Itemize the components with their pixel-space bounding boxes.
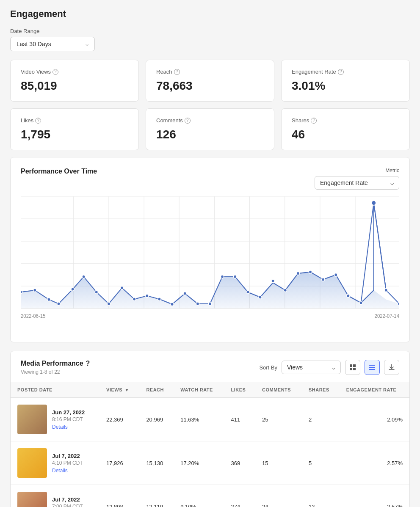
svg-rect-61 [369, 369, 375, 370]
help-icon-media-performance[interactable]: ? [86, 360, 90, 367]
post-thumbnail [17, 492, 47, 507]
svg-point-39 [309, 270, 312, 274]
help-icon-video-views[interactable]: ? [52, 69, 58, 75]
svg-point-32 [221, 275, 224, 278]
metric-title-shares: Shares ? [292, 117, 399, 124]
svg-point-37 [284, 289, 287, 292]
col-header-posted-date: Posted Date [11, 382, 99, 398]
list-view-button[interactable] [365, 360, 380, 375]
col-header-watch-rate: Watch Rate [174, 382, 224, 398]
date-range-dropdown[interactable]: Last 30 Days ⌵ [10, 37, 95, 51]
metric-select-group: Metric Engagement Rate ⌵ [315, 168, 399, 190]
post-info: Jul 7, 2022 4:10 PM CDT Details [52, 453, 83, 474]
col-header-reach: Reach [139, 382, 174, 398]
help-icon-likes[interactable]: ? [35, 118, 41, 124]
sort-by-dropdown[interactable]: Views ⌵ [282, 361, 341, 374]
post-info: Jun 27, 2022 8:16 PM CDT Details [52, 409, 85, 430]
help-icon-shares[interactable]: ? [311, 118, 317, 124]
cell-engagement-rate: 2.57% [340, 441, 409, 485]
svg-point-22 [95, 290, 98, 294]
metric-value-reach: 78,663 [156, 79, 264, 93]
svg-point-40 [322, 278, 325, 281]
media-performance-title: Media Performance ? [21, 360, 90, 367]
cell-shares: 2 [302, 398, 340, 441]
help-icon-reach[interactable]: ? [174, 69, 180, 75]
svg-point-16 [21, 290, 22, 294]
chart-section: Performance Over Time Metric Engagement … [10, 157, 410, 342]
cell-posted-date: Jul 7, 2022 4:10 PM CDT Details [11, 441, 99, 485]
media-performance-title-group: Media Performance ? Viewing 1-8 of 22 [21, 360, 90, 375]
svg-point-17 [33, 289, 36, 292]
post-date: Jun 27, 2022 [52, 409, 85, 416]
metrics-row-bottom: Likes ? 1,795 Comments ? 126 Shares ? 46 [10, 108, 410, 150]
svg-point-21 [82, 275, 85, 278]
col-header-shares: Shares [302, 382, 340, 398]
post-date: Jul 7, 2022 [52, 453, 83, 459]
table-header-row: Posted Date Views ▼ Reach Watch Rate Lik… [11, 382, 409, 398]
cell-comments: 15 [255, 441, 302, 485]
metric-title-comments: Comments ? [156, 117, 264, 124]
metric-card-video-views: Video Views ? 85,019 [10, 60, 139, 102]
svg-rect-59 [369, 365, 375, 366]
svg-rect-58 [353, 368, 356, 370]
cell-views: 17,926 [99, 441, 139, 485]
svg-point-28 [171, 303, 174, 306]
performance-chart: 12.50% 10.00% 7.50% 5.00% 2.50% 0% 2022-… [21, 196, 399, 332]
media-performance-subtitle: Viewing 1-8 of 22 [21, 369, 90, 375]
metrics-row-top: Video Views ? 85,019 Reach ? 78,663 Enga… [10, 60, 410, 102]
post-time: 8:16 PM CDT [52, 416, 85, 422]
svg-point-38 [296, 272, 299, 275]
svg-rect-57 [350, 368, 352, 370]
svg-point-33 [234, 275, 237, 278]
cell-reach: 20,969 [139, 398, 174, 441]
col-header-comments: Comments [255, 382, 302, 398]
page-title: Engagement [10, 8, 410, 19]
svg-point-20 [71, 288, 74, 291]
metric-title-likes: Likes ? [21, 117, 128, 124]
table-row: Jun 27, 2022 8:16 PM CDT Details 22,369 … [11, 398, 409, 441]
cell-views: 12,898 [99, 485, 139, 507]
help-icon-engagement-rate[interactable]: ? [338, 69, 344, 75]
svg-point-19 [57, 302, 60, 306]
cell-comments: 24 [255, 485, 302, 507]
date-range-value: Last 30 Days [17, 41, 51, 47]
media-table-body: Jun 27, 2022 8:16 PM CDT Details 22,369 … [11, 398, 409, 507]
media-performance-section: Media Performance ? Viewing 1-8 of 22 So… [10, 351, 410, 507]
chart-title: Performance Over Time [21, 168, 97, 175]
metric-card-likes: Likes ? 1,795 [10, 108, 139, 150]
chart-container: 12.50% 10.00% 7.50% 5.00% 2.50% 0% 2022-… [21, 196, 399, 332]
post-time: 7:00 PM CDT [52, 504, 83, 507]
metric-value-likes: 1,795 [21, 128, 128, 141]
table-row: Jul 7, 2022 7:00 PM CDT Details 12,898 1… [11, 485, 409, 507]
grid-icon [349, 364, 356, 371]
svg-point-45 [384, 289, 387, 292]
chevron-down-icon: ⌵ [332, 364, 335, 371]
media-table: Posted Date Views ▼ Reach Watch Rate Lik… [11, 382, 409, 507]
cell-likes: 274 [224, 485, 255, 507]
metric-select-dropdown[interactable]: Engagement Rate ⌵ [315, 176, 399, 190]
svg-rect-60 [369, 367, 375, 368]
svg-point-42 [347, 294, 350, 298]
svg-point-36 [271, 279, 274, 283]
svg-point-24 [120, 286, 123, 289]
cell-posted-date: Jul 7, 2022 7:00 PM CDT Details [11, 485, 99, 507]
help-icon-comments[interactable]: ? [185, 118, 191, 124]
post-details-link[interactable]: Details [52, 468, 83, 474]
metric-title-reach: Reach ? [156, 69, 264, 75]
cell-watch-rate: 11.63% [174, 398, 224, 441]
download-button[interactable] [384, 360, 399, 375]
cell-shares: 13 [302, 485, 340, 507]
col-header-likes: Likes [224, 382, 255, 398]
cell-engagement-rate: 2.09% [340, 398, 409, 441]
svg-point-26 [146, 294, 149, 298]
metric-card-shares: Shares ? 46 [281, 108, 410, 150]
metric-card-comments: Comments ? 126 [146, 108, 274, 150]
svg-point-41 [334, 273, 337, 277]
svg-point-31 [208, 302, 211, 306]
metric-value-engagement-rate: 3.01% [292, 79, 399, 93]
col-header-views[interactable]: Views ▼ [99, 382, 139, 398]
cell-views: 22,369 [99, 398, 139, 441]
svg-point-46 [398, 302, 399, 306]
grid-view-button[interactable] [345, 360, 360, 375]
post-details-link[interactable]: Details [52, 424, 85, 430]
